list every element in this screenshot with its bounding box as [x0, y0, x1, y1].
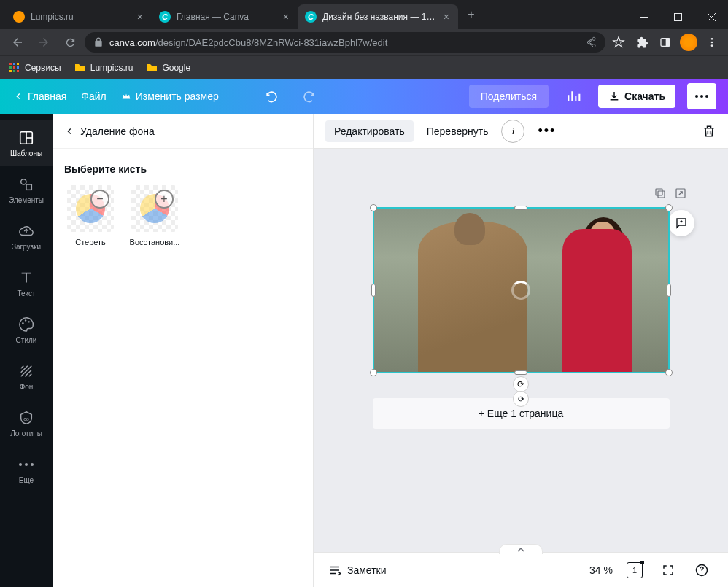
- bookmark-star-icon[interactable]: [608, 32, 629, 53]
- download-button[interactable]: Скачать: [598, 85, 675, 108]
- minimize-button[interactable]: [627, 4, 661, 29]
- svg-rect-0: [640, 17, 648, 18]
- rail-elements[interactable]: Элементы: [0, 166, 53, 213]
- zoom-level[interactable]: 34 %: [589, 564, 613, 576]
- bookmark-lumpics[interactable]: Lumpics.ru: [74, 62, 133, 74]
- resize-menu[interactable]: Изменить размер: [120, 86, 220, 106]
- duplicate-page-icon[interactable]: [654, 187, 667, 200]
- folder-icon: [146, 62, 158, 74]
- rail-background[interactable]: Фон: [0, 353, 53, 400]
- svg-point-26: [28, 321, 29, 322]
- close-icon[interactable]: ×: [282, 9, 290, 24]
- profile-avatar[interactable]: [678, 32, 699, 53]
- selected-image[interactable]: ⟳: [373, 207, 670, 373]
- rotate-handle[interactable]: ⟳: [513, 376, 529, 392]
- panel-body: Выберите кисть − Стереть + Восстанови...: [53, 149, 313, 261]
- redo-button[interactable]: [296, 83, 322, 109]
- undo-button[interactable]: [258, 83, 284, 109]
- close-button[interactable]: [694, 4, 728, 29]
- browser-tab-2[interactable]: C Дизайн без названия — 1200 ×: [298, 4, 458, 29]
- window-controls: [627, 4, 728, 29]
- side-panel: Удаление фона Выберите кисть − Стереть +…: [53, 114, 314, 587]
- edit-button[interactable]: Редактировать: [325, 120, 414, 142]
- home-label: Главная: [28, 90, 66, 102]
- resize-handle-tr[interactable]: [665, 204, 673, 211]
- context-toolbar: Редактировать Перевернуть i •••: [314, 114, 728, 149]
- rail-logos[interactable]: co Логотипы: [0, 400, 53, 446]
- browser-titlebar: Lumpics.ru × C Главная — Canva × C Дизай…: [0, 0, 728, 29]
- open-page-icon[interactable]: [674, 187, 687, 200]
- close-icon[interactable]: ×: [136, 9, 144, 24]
- home-link[interactable]: Главная: [12, 86, 68, 106]
- tab-title: Дизайн без названия — 1200: [322, 12, 436, 22]
- resize-handle-tl[interactable]: [370, 204, 377, 211]
- url-input[interactable]: canva.com/design/DAE2pdcCbu8/8MZnRWci-83…: [85, 32, 605, 53]
- rail-uploads[interactable]: Загрузки: [0, 213, 53, 260]
- add-page-button[interactable]: ⟳ + Еще 1 страница: [373, 398, 670, 429]
- background-icon: [18, 362, 35, 380]
- svg-point-16: [695, 95, 698, 98]
- browser-tab-0[interactable]: Lumpics.ru ×: [6, 4, 152, 29]
- panel-back-button[interactable]: [64, 126, 74, 136]
- resize-handle-b[interactable]: [514, 370, 527, 375]
- rail-more[interactable]: Еще: [0, 446, 53, 493]
- bookmark-apps[interactable]: Сервисы: [9, 62, 61, 74]
- page-indicator[interactable]: 1: [623, 559, 646, 582]
- brush-label: Стереть: [75, 238, 106, 246]
- bookmark-label: Сервисы: [25, 63, 61, 73]
- resize-handle-t[interactable]: [514, 206, 527, 210]
- close-icon[interactable]: ×: [442, 9, 451, 24]
- svg-point-22: [21, 179, 26, 184]
- delete-button[interactable]: [702, 124, 716, 139]
- help-button[interactable]: [690, 559, 713, 582]
- rail-styles[interactable]: Стили: [0, 306, 53, 353]
- resize-handle-bl[interactable]: [370, 369, 377, 376]
- file-menu[interactable]: Файл: [80, 86, 107, 106]
- share-button[interactable]: Поделиться: [469, 85, 549, 108]
- back-button[interactable]: [6, 31, 29, 54]
- info-button[interactable]: i: [501, 120, 524, 143]
- panel-header: Удаление фона: [53, 114, 313, 149]
- rail-text[interactable]: Текст: [0, 260, 53, 306]
- svg-point-29: [25, 463, 28, 466]
- browser-menu-icon[interactable]: [702, 32, 722, 53]
- more-icon: [18, 456, 35, 473]
- folder-icon: [74, 62, 86, 74]
- resize-handle-r[interactable]: [667, 284, 671, 297]
- workspace: Шаблоны Элементы Загрузки Текст Стили Фо…: [0, 114, 728, 587]
- crown-icon: [121, 91, 131, 101]
- forward-button[interactable]: [32, 31, 55, 54]
- maximize-button[interactable]: [661, 4, 694, 29]
- flip-button[interactable]: Перевернуть: [418, 120, 497, 142]
- canvas-viewport[interactable]: ⟳ ⟳ + Еще 1 страница: [314, 149, 728, 552]
- svg-point-28: [19, 463, 22, 466]
- svg-point-18: [705, 95, 708, 98]
- resize-handle-l[interactable]: [371, 284, 376, 297]
- reload-button[interactable]: [58, 31, 82, 54]
- context-more-button[interactable]: •••: [529, 123, 565, 139]
- tab-title: Lumpics.ru: [31, 12, 130, 22]
- browser-tab-1[interactable]: C Главная — Canva ×: [152, 4, 298, 29]
- comment-fab[interactable]: [668, 210, 694, 236]
- bookmark-google[interactable]: Google: [146, 62, 190, 74]
- brush-erase[interactable]: − Стереть: [64, 185, 117, 246]
- analytics-button[interactable]: [560, 83, 586, 109]
- rail-templates[interactable]: Шаблоны: [0, 120, 53, 166]
- resize-handle-br[interactable]: [665, 369, 673, 376]
- expand-footer-button[interactable]: [499, 544, 543, 554]
- download-icon: [608, 90, 620, 102]
- more-button[interactable]: [687, 83, 716, 109]
- svg-rect-12: [17, 66, 19, 69]
- sync-icon: ⟳: [513, 391, 529, 407]
- svg-point-17: [700, 95, 703, 98]
- side-panel-icon[interactable]: [655, 32, 675, 53]
- new-tab-button[interactable]: +: [461, 4, 481, 25]
- extensions-icon[interactable]: [632, 32, 652, 53]
- brush-restore-thumb: +: [131, 185, 178, 232]
- canva-header: Главная Файл Изменить размер Поделиться …: [0, 79, 728, 114]
- fullscreen-button[interactable]: [657, 559, 680, 582]
- notes-button[interactable]: Заметки: [328, 564, 387, 577]
- share-icon[interactable]: [585, 36, 597, 48]
- favicon-icon: C: [159, 11, 171, 23]
- brush-restore[interactable]: + Восстанови...: [128, 185, 181, 246]
